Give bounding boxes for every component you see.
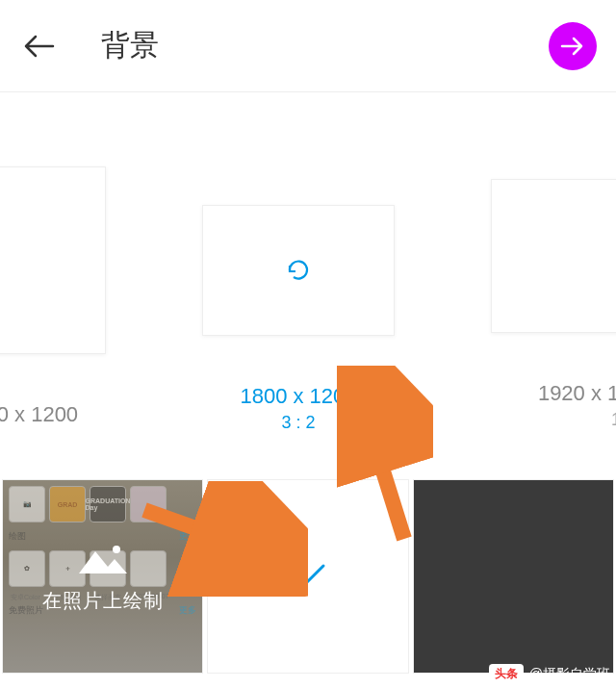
canvas-dim-label: 1920 x 1080 [538,381,616,406]
canvas-option-3-2[interactable]: 1800 x 1200 3 : 2 [202,147,395,433]
page-title: 背景 [101,26,159,65]
checkmark-icon [289,562,327,591]
mini-flower-thumb [130,486,167,522]
back-arrow-icon [22,33,55,60]
draw-on-photo-label: 在照片上绘制 [42,588,164,614]
dark-canvas-option[interactable] [413,479,614,674]
mini-grad-thumb: GRAD [49,486,86,522]
blank-canvas-option[interactable] [207,479,408,674]
forward-arrow-icon [560,36,585,57]
canvas-preview-selected [202,205,395,336]
mini-color-thumb: ✿ [9,550,45,587]
canvas-dim-label: 1600 x 1200 [0,402,78,427]
background-source-row: 📷 GRAD GRADUATION Day 绘图更多 ✿ ＋ ▭ 安卓Color… [0,479,616,674]
watermark-text: @摄影自学班 [529,666,610,683]
canvas-dim-label: 1800 x 1200 [240,384,356,409]
next-button[interactable] [549,22,597,70]
mini-camera-icon: 📷 [9,486,45,522]
watermark-badge: 头条 [489,664,524,684]
watermark: 头条 @摄影自学班 [489,664,610,684]
canvas-ratio-label: 3 : 2 [281,413,315,433]
canvas-preview [0,166,106,354]
canvas-preview [491,179,616,333]
canvas-option-4-3[interactable]: 1600 x 1200 4 : 3 [0,128,106,451]
draw-on-photo-option[interactable]: 📷 GRAD GRADUATION Day 绘图更多 ✿ ＋ ▭ 安卓Color… [2,479,203,674]
svg-point-0 [113,546,120,553]
mini-label: 安卓Color [11,593,40,602]
image-mountain-icon [74,540,132,578]
mini-more: 更多 [179,604,196,617]
mini-gradday-thumb: GRADUATION Day [90,486,126,522]
canvas-option-16-9[interactable]: 1920 x 1080 16 : 9 [491,150,616,430]
rotate-icon [284,256,313,285]
canvas-size-carousel[interactable]: 1600 x 1200 4 : 3 1800 x 1200 3 : 2 1920… [0,92,616,448]
back-button[interactable] [19,27,58,65]
mini-more: 更多 [179,530,196,543]
mini-section-free: 免费照片 [9,604,43,617]
header: 背景 [0,0,616,92]
mini-section-draw: 绘图 [9,530,26,543]
canvas-ratio-label: 16 : 9 [611,410,616,430]
